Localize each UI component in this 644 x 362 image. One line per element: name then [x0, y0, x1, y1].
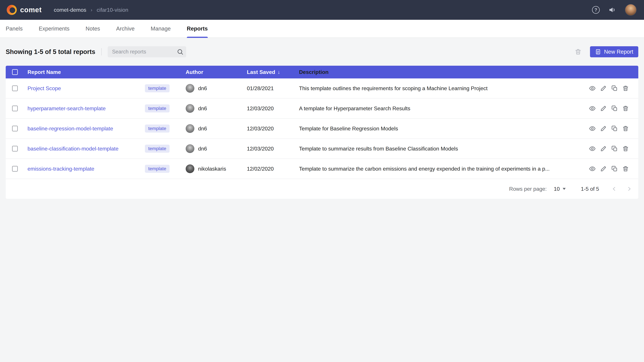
tab-manage[interactable]: Manage: [151, 20, 171, 37]
report-name-link[interactable]: baseline-regression-model-template: [28, 125, 145, 132]
search-input[interactable]: [112, 49, 177, 55]
row-checkbox[interactable]: [12, 166, 18, 172]
header-last-saved[interactable]: Last Saved ↓: [247, 69, 299, 75]
trash-icon: [622, 145, 629, 152]
comet-logo[interactable]: comet: [7, 5, 42, 15]
eye-icon: [589, 105, 596, 112]
pencil-icon: [600, 105, 607, 112]
view-report-button[interactable]: [589, 85, 596, 92]
delete-report-button[interactable]: [622, 125, 629, 132]
duplicate-report-button[interactable]: [611, 165, 618, 172]
previous-page-button[interactable]: [610, 185, 618, 193]
breadcrumb-workspace[interactable]: comet-demos: [54, 7, 86, 13]
last-saved-date: 12/03/2020: [247, 125, 299, 132]
reports-table: Report Name Author Last Saved ↓ Descript…: [6, 66, 638, 199]
breadcrumb-separator-icon: ›: [91, 7, 92, 13]
select-all-checkbox[interactable]: [12, 69, 18, 75]
author-name: nikolaskaris: [198, 166, 226, 172]
row-checkbox[interactable]: [12, 146, 18, 151]
delete-report-button[interactable]: [622, 165, 629, 172]
trash-icon: [622, 165, 629, 172]
duplicate-report-button[interactable]: [611, 125, 618, 132]
row-checkbox[interactable]: [12, 85, 18, 91]
breadcrumb-project[interactable]: cifar10-vision: [97, 7, 128, 13]
table-row: Project Scope template dn6 01/28/2021 Th…: [6, 78, 638, 98]
row-checkbox[interactable]: [12, 126, 18, 131]
template-badge: template: [145, 104, 170, 112]
user-avatar[interactable]: [625, 4, 636, 16]
author-avatar: [186, 144, 194, 153]
tab-panels[interactable]: Panels: [6, 20, 23, 37]
report-description: Template to summarize the carbon emissio…: [299, 166, 583, 172]
report-name-link[interactable]: baseline-classification-model-template: [28, 146, 145, 152]
edit-report-button[interactable]: [600, 165, 607, 172]
header-checkbox-cell: [6, 69, 28, 75]
header-report-name[interactable]: Report Name: [28, 69, 186, 75]
last-saved-date: 12/03/2020: [247, 146, 299, 152]
author-avatar: [186, 124, 194, 133]
table-row: emissions-tracking-template template nik…: [6, 159, 638, 179]
table-header-row: Report Name Author Last Saved ↓ Descript…: [6, 66, 638, 78]
copy-icon: [611, 85, 618, 92]
view-report-button[interactable]: [589, 125, 596, 132]
row-checkbox[interactable]: [12, 106, 18, 111]
search-icon[interactable]: [177, 48, 184, 55]
tab-experiments[interactable]: Experiments: [39, 20, 70, 37]
duplicate-report-button[interactable]: [611, 105, 618, 112]
last-saved-label: Last Saved: [247, 69, 275, 75]
header-author[interactable]: Author: [186, 69, 247, 75]
trash-icon: [574, 48, 582, 55]
help-button[interactable]: ?: [592, 6, 600, 14]
report-doc-icon: [595, 49, 601, 55]
next-page-button[interactable]: [625, 185, 633, 193]
new-report-button[interactable]: New Report: [590, 46, 638, 57]
tab-notes[interactable]: Notes: [86, 20, 100, 37]
project-tabbar: Panels Experiments Notes Archive Manage …: [0, 20, 644, 38]
report-name-link[interactable]: hyperparameter-search-template: [28, 105, 145, 112]
copy-icon: [611, 165, 618, 172]
pager: [610, 185, 633, 193]
trash-icon: [622, 85, 629, 92]
megaphone-icon: [608, 6, 616, 14]
eye-icon: [589, 145, 596, 152]
author-name: dn6: [198, 125, 207, 132]
new-report-label: New Report: [604, 49, 633, 55]
table-row: baseline-regression-model-template templ…: [6, 119, 638, 139]
edit-report-button[interactable]: [600, 125, 607, 132]
edit-report-button[interactable]: [600, 85, 607, 92]
last-saved-date: 01/28/2021: [247, 85, 299, 91]
rows-per-page-select[interactable]: 10: [554, 186, 566, 192]
caret-down-icon: [563, 188, 566, 190]
duplicate-report-button[interactable]: [611, 145, 618, 152]
author-avatar: [186, 164, 194, 173]
view-report-button[interactable]: [589, 105, 596, 112]
eye-icon: [589, 165, 596, 172]
rows-per-page-label: Rows per page:: [509, 186, 547, 192]
reports-count-summary: Showing 1-5 of 5 total reports: [6, 48, 95, 55]
duplicate-report-button[interactable]: [611, 85, 618, 92]
report-description: This template outlines the requirements …: [299, 85, 583, 91]
delete-report-button[interactable]: [622, 145, 629, 152]
template-badge: template: [145, 84, 170, 92]
delete-selected-button[interactable]: [574, 48, 582, 55]
copy-icon: [611, 145, 618, 152]
navbar-actions: ?: [592, 4, 636, 16]
edit-report-button[interactable]: [600, 105, 607, 112]
report-description: Template for Baseline Regression Models: [299, 125, 583, 132]
report-name-link[interactable]: Project Scope: [28, 85, 145, 91]
report-description: Template to summarize results from Basel…: [299, 146, 583, 152]
chevron-left-icon: [611, 186, 618, 192]
table-row: hyperparameter-search-template template …: [6, 98, 638, 119]
pencil-icon: [600, 125, 607, 132]
delete-report-button[interactable]: [622, 85, 629, 92]
copy-icon: [611, 125, 618, 132]
announcements-button[interactable]: [608, 6, 616, 14]
tab-reports[interactable]: Reports: [187, 20, 208, 37]
report-name-link[interactable]: emissions-tracking-template: [28, 166, 145, 172]
author-avatar: [186, 84, 194, 93]
view-report-button[interactable]: [589, 165, 596, 172]
view-report-button[interactable]: [589, 145, 596, 152]
edit-report-button[interactable]: [600, 145, 607, 152]
tab-archive[interactable]: Archive: [116, 20, 135, 37]
delete-report-button[interactable]: [622, 105, 629, 112]
